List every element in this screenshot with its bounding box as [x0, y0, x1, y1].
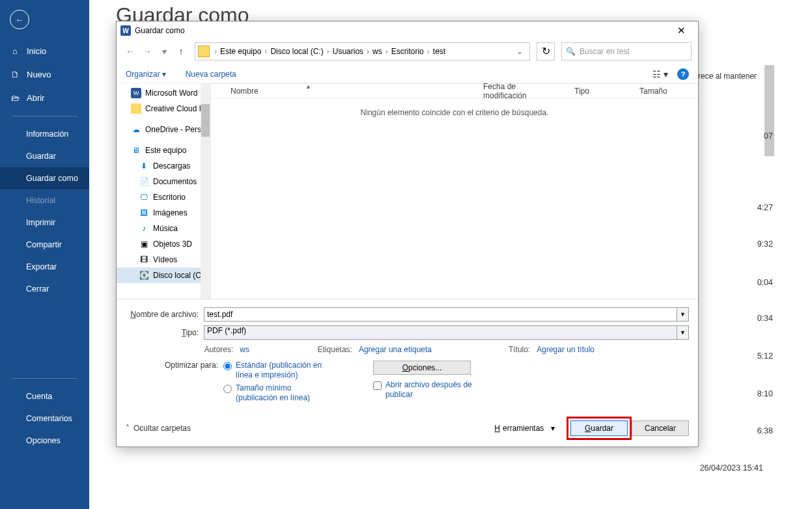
tree-label: Microsoft Word [145, 89, 197, 98]
tree-item[interactable]: ☁OneDrive - Person [117, 122, 210, 137]
checkbox-icon[interactable] [373, 381, 382, 390]
bg-time: 9:32 [757, 240, 773, 249]
radio-label: Tamaño mínimo (publicación en línea) [236, 383, 328, 404]
column-type[interactable]: Tipo [568, 87, 633, 96]
sidebar-item-imprimir[interactable]: Imprimir [0, 212, 89, 234]
word-icon: W [120, 25, 131, 36]
save-button-highlight: Guardar [567, 417, 632, 440]
tree-item[interactable]: 💽Disco local (C:) [117, 268, 210, 283]
backstage-sidebar: ← ⌂Inicio 🗋Nuevo 🗁Abrir Información Guar… [0, 0, 89, 509]
tree-item[interactable]: ♪Música [117, 221, 210, 236]
tree-item[interactable]: ⬇Descargas [117, 158, 210, 174]
tree-item[interactable]: 🖵Escritorio [117, 189, 210, 205]
tree-item[interactable]: Creative Cloud Fil [117, 101, 210, 117]
save-button[interactable]: Guardar [570, 420, 628, 436]
breadcrumb-dropdown[interactable]: ⌄ [512, 47, 527, 56]
sidebar-label: Opciones [26, 436, 61, 445]
open-after-publish-checkbox[interactable]: Abrir archivo después de publicar [373, 380, 474, 400]
breadcrumb-item[interactable]: Este equipo [219, 47, 262, 56]
view-mode-button[interactable]: ☷ ▾ [652, 69, 668, 79]
folder-icon [198, 46, 210, 57]
filename-dropdown[interactable]: ▼ [677, 307, 689, 322]
optimize-minsize-radio[interactable]: Tamaño mínimo (publicación en línea) [223, 383, 328, 404]
breadcrumb-item[interactable]: ws [371, 47, 384, 56]
close-button[interactable]: ✕ [668, 25, 694, 36]
tree-item[interactable]: 🎞Vídeos [117, 252, 210, 268]
nav-back-button[interactable]: ← [123, 44, 137, 59]
optimize-standard-radio[interactable]: Estándar (publicación en línea e impresi… [223, 361, 328, 381]
breadcrumb-item[interactable]: Usuarios [331, 47, 365, 56]
bg-scrollbar-thumb[interactable] [764, 65, 774, 156]
sidebar-label: Imprimir [26, 218, 55, 227]
folder-icon [131, 103, 141, 114]
objects3d-icon: ▣ [139, 239, 149, 249]
filetype-dropdown[interactable]: ▼ [677, 325, 689, 340]
bg-time: 0:04 [757, 278, 773, 287]
column-name[interactable]: Nombre [211, 87, 477, 96]
sidebar-label: Inicio [27, 46, 46, 56]
back-button[interactable]: ← [10, 10, 29, 29]
nav-forward-button[interactable]: → [140, 44, 154, 59]
radio-icon[interactable] [223, 385, 232, 393]
filetype-select[interactable]: PDF (*.pdf) [204, 325, 677, 340]
sidebar-item-cerrar[interactable]: Cerrar [0, 278, 89, 300]
column-size[interactable]: Tamaño [633, 87, 698, 96]
music-icon: ♪ [139, 223, 149, 234]
sidebar-item-inicio[interactable]: ⌂Inicio [0, 39, 89, 62]
organize-label: Organizar [126, 70, 160, 79]
breadcrumb-item[interactable]: Disco local (C:) [269, 47, 324, 56]
search-input[interactable]: 🔍 Buscar en test [561, 42, 692, 61]
refresh-button[interactable]: ↻ [537, 42, 555, 61]
sidebar-item-exportar[interactable]: Exportar [0, 256, 89, 278]
sidebar-item-guardar[interactable]: Guardar [0, 145, 89, 167]
tools-menu[interactable]: Herramientas ▾ [494, 424, 555, 433]
tree-item[interactable]: 🖥Este equipo [117, 143, 210, 158]
breadcrumb-item[interactable]: test [432, 47, 447, 56]
sidebar-item-guardar-como[interactable]: Guardar como [0, 167, 89, 189]
sidebar-item-comentarios[interactable]: Comentarios [0, 407, 89, 430]
sidebar-item-nuevo[interactable]: 🗋Nuevo [0, 62, 89, 86]
sidebar-item-cuenta[interactable]: Cuenta [0, 385, 89, 407]
sidebar-item-opciones[interactable]: Opciones [0, 430, 89, 452]
filename-input[interactable] [204, 307, 677, 322]
tree-label: Imágenes [153, 208, 188, 217]
search-icon: 🔍 [566, 47, 576, 56]
sidebar-item-compartir[interactable]: Compartir [0, 234, 89, 256]
organize-menu[interactable]: Organizar ▾ [126, 70, 166, 79]
chevron-right-icon: › [325, 47, 331, 56]
authors-value[interactable]: ws [240, 345, 249, 354]
tree-label: Creative Cloud Fil [145, 104, 207, 113]
dialog-title: Guardar como [135, 26, 185, 35]
sidebar-item-informacion[interactable]: Información [0, 123, 89, 145]
column-date[interactable]: Fecha de modificación [477, 83, 568, 100]
word-icon: W [131, 88, 141, 98]
radio-icon[interactable] [223, 362, 232, 370]
tree-scrollbar[interactable] [201, 83, 210, 299]
tags-value[interactable]: Agregar una etiqueta [359, 345, 432, 354]
titlemeta-value[interactable]: Agregar un título [537, 345, 595, 354]
breadcrumb-bar[interactable]: › Este equipo› Disco local (C:)› Usuario… [195, 42, 530, 61]
tree-label: Descargas [153, 161, 190, 171]
bg-time: 8:10 [757, 389, 773, 398]
nav-recent-dropdown[interactable]: ▾ [157, 44, 171, 59]
nav-up-button[interactable]: ↑ [174, 44, 188, 59]
tree-item[interactable]: 🖼Imágenes [117, 205, 210, 221]
new-folder-button[interactable]: Nueva carpeta [186, 70, 236, 79]
tags-label: Etiquetas: [318, 345, 352, 354]
tree-scrollbar-thumb[interactable] [201, 104, 210, 137]
search-placeholder: Buscar en test [580, 47, 630, 56]
sidebar-label: Cuenta [26, 392, 52, 401]
chevron-right-icon: › [212, 47, 219, 56]
options-button[interactable]: Opciones... [373, 361, 471, 375]
dialog-titlebar: W Guardar como ✕ [117, 21, 698, 40]
sidebar-label: Guardar como [26, 174, 78, 183]
tree-item[interactable]: ▣Objetos 3D [117, 236, 210, 252]
sidebar-item-historial[interactable]: Historial [0, 189, 89, 212]
cancel-button[interactable]: Cancelar [632, 420, 689, 436]
hide-folders-toggle[interactable]: ˄Ocultar carpetas [126, 424, 191, 433]
help-button[interactable]: ? [677, 68, 689, 80]
breadcrumb-item[interactable]: Escritorio [390, 47, 425, 56]
tree-item[interactable]: 📄Documentos [117, 174, 210, 189]
sidebar-item-abrir[interactable]: 🗁Abrir [0, 86, 89, 109]
tree-item[interactable]: WMicrosoft Word [117, 85, 210, 101]
